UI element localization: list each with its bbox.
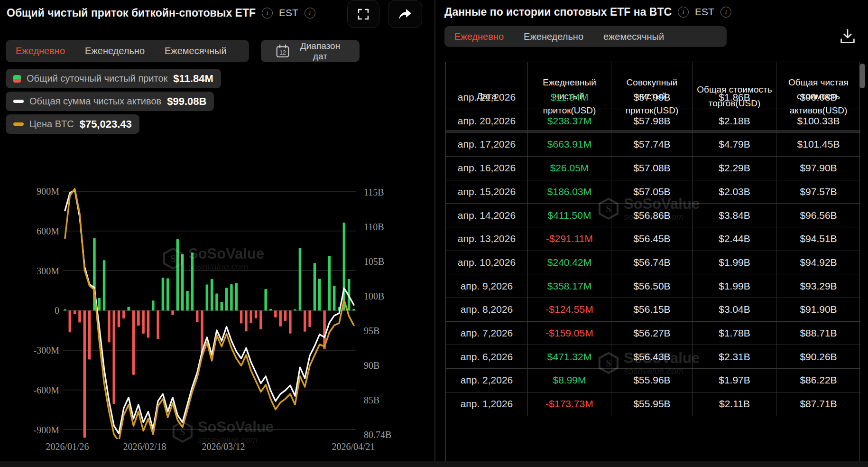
- daily-netflow-bar: [249, 310, 252, 323]
- date-cell: апр. 9,2026: [446, 274, 528, 298]
- daily-netflow-bar: [69, 310, 72, 332]
- tab-ежедневно[interactable]: Ежедневно: [444, 31, 514, 42]
- date-range-button[interactable]: 12 Диапазон дат: [261, 40, 360, 62]
- legend-item-split[interactable]: Общий суточный чистый приток$11.84M: [6, 69, 221, 88]
- value-cell: $88.71B: [776, 322, 860, 346]
- value-cell: $93.29B: [776, 274, 860, 298]
- daily-netflow-bar: [112, 310, 115, 404]
- daily-netflow-bar: [206, 285, 209, 311]
- daily-netflow-bar: [284, 310, 287, 321]
- value-cell: $3.84B: [693, 204, 776, 227]
- right-axis-tick: 105B: [364, 256, 384, 267]
- value-cell: $2.11B: [693, 392, 776, 416]
- x-axis-tick: 2026/02/18: [123, 441, 166, 452]
- daily-netflow-bar: [269, 309, 272, 310]
- daily-netflow-bar: [225, 288, 228, 310]
- value-cell: $56.43B: [611, 345, 693, 369]
- value-cell: $2.03B: [693, 180, 776, 204]
- value-cell: $87.71B: [776, 392, 860, 416]
- info-icon[interactable]: i: [305, 8, 315, 19]
- share-button[interactable]: [388, 0, 422, 28]
- daily-netflow-bar: [215, 294, 218, 311]
- value-cell: $2.44B: [693, 227, 776, 251]
- daily-netflow-bar: [88, 310, 91, 359]
- value-cell: $96.56B: [776, 204, 860, 227]
- legend-item-orange[interactable]: Цена BTC$75,023.43: [6, 114, 139, 134]
- value-cell: $358.17M: [528, 274, 611, 298]
- daily-netflow-bar: [289, 310, 292, 333]
- chart-legend: Общий суточный чистый приток$11.84MОбщая…: [6, 69, 221, 134]
- right-axis-tick: 85B: [364, 395, 379, 405]
- white-line-marker-icon: [13, 100, 24, 103]
- tab-ежедневно[interactable]: Ежедневно: [6, 46, 75, 56]
- right-axis-tick: 95B: [364, 326, 379, 336]
- x-axis-tick: 2026/01/26: [46, 441, 89, 452]
- daily-netflow-bar: [259, 310, 262, 329]
- value-cell: $56.15B: [611, 298, 693, 322]
- etf-flow-chart[interactable]: 900M600M300M0-300M-600M-900M115B110B105B…: [26, 161, 394, 467]
- daily-netflow-bar: [211, 279, 213, 310]
- daily-netflow-bar: [147, 310, 150, 337]
- tab-ежемесячный[interactable]: ежемесячный: [593, 31, 674, 42]
- value-cell: $57.74B: [611, 133, 693, 157]
- table-scrollbar-thumb[interactable]: [859, 64, 865, 88]
- date-cell: апр. 16,2026: [446, 157, 528, 180]
- daily-netflow-bar: [74, 310, 76, 314]
- value-cell: $56.27B: [611, 322, 693, 346]
- value-cell: $57.05B: [611, 180, 693, 204]
- fullscreen-icon: [357, 8, 369, 20]
- right-tab-bar: ЕжедневноЕженедельноежемесячный: [444, 26, 727, 47]
- legend-value: $99.08B: [167, 95, 206, 108]
- value-cell: $1.97B: [693, 369, 776, 392]
- download-button[interactable]: [839, 28, 857, 47]
- fullscreen-button[interactable]: [347, 0, 379, 28]
- value-cell: $26.05M: [528, 157, 611, 180]
- daily-netflow-bar: [230, 284, 233, 310]
- date-cell: апр. 21,2026: [446, 86, 528, 110]
- value-cell: $411.50M: [528, 204, 611, 227]
- value-cell: $56.45B: [611, 227, 693, 251]
- daily-netflow-bar: [191, 253, 194, 311]
- daily-netflow-bar: [181, 254, 184, 311]
- daily-netflow-bar: [64, 309, 66, 311]
- legend-item-white[interactable]: Общая сумма чистых активов$99.08B: [6, 92, 214, 111]
- value-cell: -$291.11M: [528, 227, 611, 251]
- daily-netflow-bar: [186, 291, 189, 310]
- date-cell: апр. 1,2026: [446, 392, 528, 416]
- value-cell: -$159.05M: [528, 322, 611, 346]
- daily-netflow-bar: [166, 278, 169, 310]
- daily-netflow-bar: [127, 307, 130, 310]
- info-icon[interactable]: i: [678, 7, 689, 18]
- value-cell: $238.37M: [528, 109, 611, 133]
- value-cell: $57.98B: [611, 109, 693, 133]
- date-cell: апр. 7,2026: [446, 322, 528, 346]
- value-cell: $97.90B: [776, 157, 860, 180]
- left-axis-tick: -600M: [34, 385, 60, 395]
- left-axis-tick: -300M: [34, 345, 60, 355]
- value-cell: $56.86B: [611, 204, 693, 227]
- value-cell: $1.86B: [693, 86, 776, 110]
- tab-еженедельно[interactable]: Еженедельно: [75, 46, 155, 56]
- tab-ежемесячный[interactable]: Ежемесячный: [155, 46, 237, 56]
- info-icon[interactable]: i: [720, 7, 731, 18]
- info-icon[interactable]: i: [262, 8, 273, 19]
- right-axis-tick: 80.74B: [364, 430, 391, 440]
- daily-netflow-bar: [304, 310, 306, 331]
- value-cell: $99.08B: [776, 86, 860, 110]
- date-cell: апр. 6,2026: [446, 345, 528, 369]
- left-axis-tick: 900M: [37, 186, 59, 196]
- value-cell: $86.22B: [776, 369, 860, 392]
- tab-еженедельно[interactable]: Еженедельно: [514, 31, 593, 42]
- daily-netflow-bar: [118, 310, 120, 327]
- daily-netflow-bar: [314, 263, 316, 310]
- date-cell: апр. 8,2026: [446, 298, 528, 322]
- daily-netflow-bar: [142, 310, 145, 334]
- legend-value: $11.84M: [173, 73, 213, 85]
- value-cell: $57.08B: [611, 157, 693, 180]
- right-panel-header: Данные по истории спотовых ETF на BTC i …: [444, 1, 731, 23]
- value-cell: $94.92B: [776, 251, 860, 275]
- daily-netflow-bar: [279, 310, 282, 327]
- timezone-label: EST: [695, 6, 714, 18]
- value-cell: $8.99M: [528, 369, 611, 392]
- value-cell: $97.57B: [776, 180, 860, 204]
